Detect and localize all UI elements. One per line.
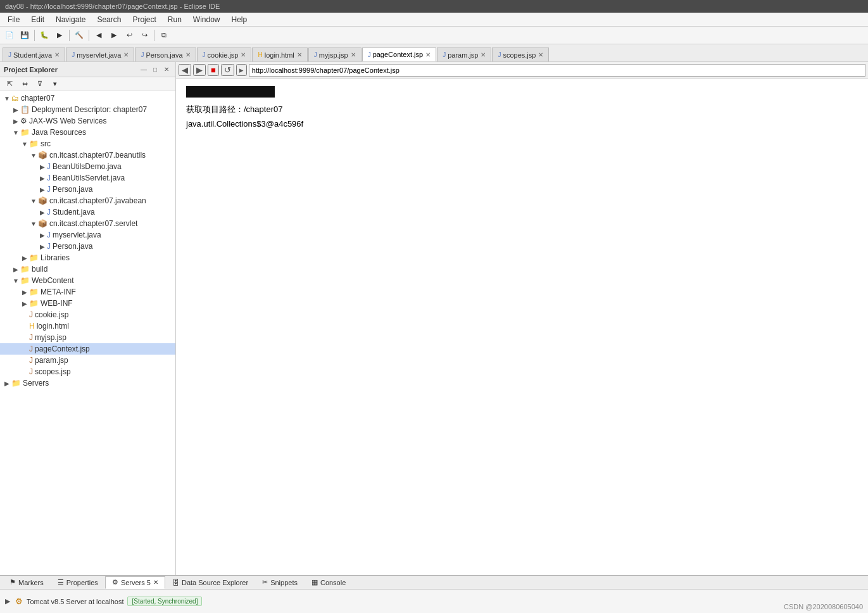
tree-node-meta-inf[interactable]: ▶ 📁 META-INF [0,286,175,298]
tab-student-java[interactable]: J Student.java ✕ [3,47,65,61]
run-button[interactable]: ▶ [53,28,66,42]
menu-run[interactable]: Run [163,14,187,25]
tree-node-src[interactable]: ▼ 📁 src [0,138,175,149]
tree-node-person-servlet[interactable]: ▶ J Person.java [0,241,175,252]
close-icon[interactable]: ✕ [123,51,129,58]
browser-refresh-button[interactable]: ↺ [221,64,234,76]
tree-node-build[interactable]: ▶ 📁 build [0,263,175,275]
close-icon[interactable]: ✕ [425,51,431,58]
minimize-panel-button[interactable]: — [139,65,149,75]
tab-myservlet-java[interactable]: J myservlet.java ✕ [66,47,134,61]
tab-myjsp-jsp[interactable]: J myjsp.jsp ✕ [308,47,362,61]
tree-node-login-html[interactable]: H login.html [0,320,175,332]
tab-cookie-jsp[interactable]: J cookie.jsp ✕ [197,47,252,61]
tab-login-html[interactable]: H login.html ✕ [252,47,307,61]
tree-node-deployment[interactable]: ▶ 📋 Deployment Descriptor: chapter07 [0,104,175,115]
tree-node-libraries[interactable]: ▶ 📁 Libraries [0,252,175,263]
tree-node-beanutilsdemo[interactable]: ▶ J BeanUtilsDemo.java [0,161,175,172]
tree-node-servers[interactable]: ▶ 📁 Servers [0,377,175,389]
menu-edit[interactable]: Edit [26,14,49,25]
new-button[interactable]: 📄 [3,28,16,42]
close-icon[interactable]: ✕ [54,51,60,58]
close-icon[interactable]: ✕ [297,51,302,58]
close-icon[interactable]: ✕ [538,51,543,58]
perspective-button[interactable]: ⧉ [157,28,171,42]
tree-node-myservlet[interactable]: ▶ J myservlet.java [0,229,175,241]
browser-go-button[interactable]: ▸ [236,64,247,76]
menu-project[interactable]: Project [127,14,161,25]
tab-servers[interactable]: ⚙ Servers 5 ✕ [105,576,165,589]
tree-node-web-inf[interactable]: ▶ 📁 WEB-INF [0,298,175,309]
tree-node-webcontent[interactable]: ▼ 📁 WebContent [0,275,175,286]
tree-node-servlet-pkg[interactable]: ▼ 📦 cn.itcast.chapter07.servlet [0,218,175,229]
tab-datasource[interactable]: 🗄 Data Source Explorer [165,576,255,589]
project-icon: 🗂 [11,94,19,103]
maximize-panel-button[interactable]: □ [150,65,160,75]
prev-edit-button[interactable]: ↩ [122,28,136,42]
tree-node-beanutils-pkg[interactable]: ▼ 📦 cn.itcast.chapter07.beanutils [0,149,175,161]
address-bar[interactable] [249,64,865,77]
tree-node-cookie-jsp[interactable]: J cookie.jsp [0,309,175,320]
tree-arrow: ▶ [11,118,20,125]
save-button[interactable]: 💾 [18,28,32,42]
close-icon[interactable]: ✕ [186,51,191,58]
close-panel-button[interactable]: ✕ [161,65,172,75]
view-menu-button[interactable]: ▾ [48,77,62,91]
project-tree[interactable]: ▼ 🗂 chapter07 ▶ 📋 Deployment Descriptor:… [0,91,175,575]
next-edit-button[interactable]: ↪ [137,28,151,42]
tree-node-chapter07[interactable]: ▼ 🗂 chapter07 [0,92,175,104]
expand-server-button[interactable]: ▶ [5,597,10,605]
tree-arrow: ▶ [11,266,20,273]
snippets-icon: ✂ [262,578,268,586]
menu-help[interactable]: Help [227,14,253,25]
close-icon[interactable]: ✕ [351,51,356,58]
forward-button[interactable]: ▶ [107,28,121,42]
jsp-file-icon: J [29,356,33,365]
menu-search[interactable]: Search [92,14,126,25]
tree-label: Deployment Descriptor: chapter07 [32,105,147,114]
browser-forward-button[interactable]: ▶ [193,64,206,76]
menu-window[interactable]: Window [188,14,225,25]
link-with-editor-button[interactable]: ⇔ [18,77,32,91]
tab-properties[interactable]: ☰ Properties [51,576,105,589]
back-button[interactable]: ◀ [92,28,106,42]
menu-file[interactable]: File [3,14,25,25]
tab-param-jsp[interactable]: J param.jsp ✕ [437,47,491,61]
tab-pagecontext-jsp[interactable]: J pageContext.jsp ✕ [362,47,437,61]
browser-stop-button[interactable]: ■ [208,64,219,76]
tree-node-scopes-jsp[interactable]: J scopes.jsp [0,366,175,377]
collapse-all-button[interactable]: ⇱ [3,77,16,91]
tree-node-jaxws[interactable]: ▶ ⚙ JAX-WS Web Services [0,115,175,127]
tree-node-myjsp-jsp[interactable]: J myjsp.jsp [0,332,175,343]
tree-arrow: ▼ [11,129,20,136]
tab-label: Data Source Explorer [182,579,248,586]
build-button[interactable]: 🔨 [72,28,86,42]
tree-node-beanutilsservlet[interactable]: ▶ J BeanUtilsServlet.java [0,172,175,184]
close-icon[interactable]: ✕ [481,51,486,58]
tab-person-java[interactable]: J Person.java ✕ [135,47,196,61]
tab-label: login.html [265,51,294,59]
tab-markers[interactable]: ⚑ Markers [3,576,51,589]
filter-button[interactable]: ⊽ [33,77,47,91]
tab-snippets[interactable]: ✂ Snippets [255,576,305,589]
tab-console[interactable]: ▦ Console [305,576,353,589]
tree-node-student-java[interactable]: ▶ J Student.java [0,206,175,218]
main-toolbar: 📄 💾 🐛 ▶ 🔨 ◀ ▶ ↩ ↪ ⧉ [0,27,868,44]
tree-node-param-jsp[interactable]: J param.jsp [0,355,175,366]
debug-button[interactable]: 🐛 [37,28,51,42]
tree-node-java-resources[interactable]: ▼ 📁 Java Resources [0,127,175,138]
tree-label: WEB-INF [41,299,73,308]
service-icon: ⚙ [20,117,27,125]
tab-scopes-jsp[interactable]: J scopes.jsp ✕ [492,47,549,61]
close-icon[interactable]: ✕ [241,51,246,58]
tree-node-person-beanutils[interactable]: ▶ J Person.java [0,184,175,195]
browser-back-button[interactable]: ◀ [179,64,191,76]
tree-node-pagecontext-jsp[interactable]: J pageContext.jsp [0,343,175,355]
tree-label: myjsp.jsp [35,333,66,342]
jsp-icon: J [368,51,371,58]
tree-label: cn.itcast.chapter07.servlet [49,219,137,228]
tree-node-javabean-pkg[interactable]: ▼ 📦 cn.itcast.chapter07.javabean [0,195,175,206]
jsp-icon: J [498,51,501,58]
close-tab-icon[interactable]: ✕ [153,579,158,586]
menu-navigate[interactable]: Navigate [51,14,91,25]
